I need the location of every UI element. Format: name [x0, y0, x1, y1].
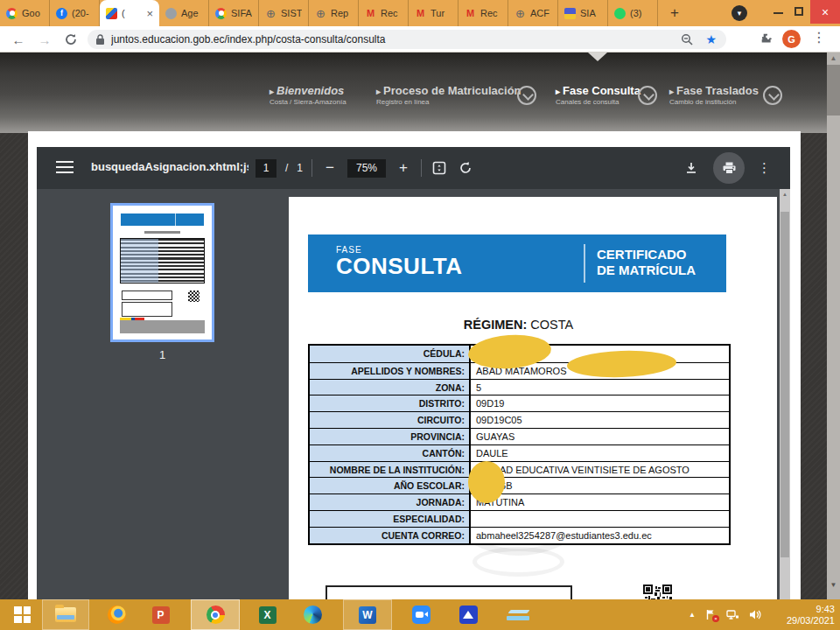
- tab-gmail-2[interactable]: MTur: [409, 0, 458, 26]
- url-text[interactable]: juntos.educacion.gob.ec/index.php/costa-…: [111, 33, 681, 46]
- windows-logo-icon: [14, 606, 31, 623]
- tab-whatsapp[interactable]: (3): [608, 0, 658, 26]
- thumb-heading-line: [144, 231, 180, 234]
- tab-search-button[interactable]: ▾: [732, 5, 747, 21]
- bookmark-star-icon[interactable]: ★: [705, 32, 717, 46]
- scroll-up-icon[interactable]: ▲: [827, 54, 840, 62]
- address-bar[interactable]: juntos.educacion.gob.ec/index.php/costa-…: [88, 30, 726, 49]
- tray-expand-icon[interactable]: ▲: [689, 611, 696, 619]
- page-total: 1: [297, 162, 303, 174]
- scrollbar-thumb[interactable]: [780, 212, 789, 557]
- forward-button[interactable]: →: [35, 30, 54, 49]
- pdf-more-options-icon[interactable]: ⋮: [758, 160, 771, 176]
- powerpoint-icon: P: [152, 606, 170, 624]
- page-thumbnail[interactable]: [110, 203, 214, 342]
- banner-matricula-label: DE MATRÍCULA: [597, 262, 696, 278]
- taskbar-firefox[interactable]: [96, 599, 137, 630]
- tab-google[interactable]: Goo: [0, 0, 50, 26]
- google-favicon: [215, 8, 227, 19]
- taskbar-zoom-app[interactable]: [401, 599, 442, 630]
- download-icon[interactable]: [682, 158, 700, 178]
- browser-menu-icon[interactable]: ⋮: [812, 29, 826, 46]
- menu-icon[interactable]: [56, 161, 74, 175]
- tab-sia[interactable]: SIA: [558, 0, 608, 26]
- field-value: DAULE: [471, 445, 729, 461]
- pdf-scrollbar[interactable]: ▲: [780, 189, 790, 599]
- chevron-down-icon[interactable]: [763, 86, 782, 105]
- tab-acf[interactable]: ⊕ACF: [508, 0, 558, 26]
- whatsapp-favicon: [614, 8, 626, 19]
- taskbar-clock[interactable]: 9:43 29/03/2021: [765, 604, 835, 626]
- taskbar-scanner-app[interactable]: [448, 599, 489, 630]
- page-separator: /: [285, 162, 288, 174]
- tab-active-juntos[interactable]: (×: [100, 0, 159, 26]
- zoom-out-button[interactable]: −: [321, 158, 339, 178]
- zoom-level-icon[interactable]: [681, 33, 693, 46]
- taskbar-powerpoint[interactable]: P: [140, 599, 181, 630]
- back-button[interactable]: ←: [9, 30, 28, 49]
- chevron-down-icon[interactable]: [638, 86, 657, 105]
- table-row: CANTÓN:DAULE: [310, 444, 729, 461]
- table-row: NOMBRE DE LA INSTITUCIÓN:UNIDAD EDUCATIV…: [310, 461, 729, 478]
- scrollbar-thumb[interactable]: [827, 65, 840, 116]
- tab-gmail-3[interactable]: MRec: [458, 0, 508, 26]
- table-row: JORNADA:MATUTINA: [310, 494, 729, 510]
- window-minimize-button[interactable]: [774, 12, 783, 14]
- window-scrollbar[interactable]: ▲ ▼: [827, 52, 840, 599]
- tab-sifa[interactable]: SIFA: [209, 0, 259, 26]
- thumbnail-page-number: 1: [110, 348, 214, 361]
- windows-taskbar: P X W ▲ × 9:43 29/03/2021: [0, 599, 840, 630]
- tab-gmail-1[interactable]: MRec: [359, 0, 409, 26]
- regimen-heading: RÉGIMEN: COSTA: [308, 318, 729, 332]
- redaction-blob: [468, 461, 505, 503]
- volume-icon[interactable]: [749, 609, 761, 620]
- tab-sist[interactable]: ⊕SIST: [259, 0, 309, 26]
- flatbed-scanner-icon: [507, 616, 529, 620]
- thumb-footer: [120, 320, 205, 333]
- page-number-input[interactable]: 1: [256, 159, 276, 178]
- action-center-flag-icon[interactable]: ×: [705, 609, 717, 620]
- fit-page-button[interactable]: [430, 158, 448, 178]
- print-button[interactable]: [713, 152, 745, 184]
- window-close-button[interactable]: ×: [810, 0, 840, 24]
- rotate-button[interactable]: [457, 158, 474, 178]
- divider: [312, 159, 312, 177]
- tab-facebook[interactable]: f(20-: [50, 0, 100, 26]
- profile-avatar[interactable]: G: [782, 30, 801, 48]
- tab-rep[interactable]: ⊕Rep: [309, 0, 359, 26]
- nav-item-fase-traslados[interactable]: ▸Fase Traslados Cambio de institución: [669, 84, 759, 106]
- thumb-banner: [121, 214, 204, 226]
- table-row: PROVINCIA:GUAYAS: [310, 428, 729, 444]
- reload-button[interactable]: [61, 30, 80, 49]
- scroll-down-icon[interactable]: ▼: [827, 581, 840, 589]
- arrow-icon: ▸: [556, 87, 560, 96]
- browser-toolbar: ← → juntos.educacion.gob.ec/index.php/co…: [0, 26, 840, 52]
- network-icon[interactable]: [726, 609, 739, 620]
- generic-favicon: [165, 8, 177, 19]
- nav-item-fase-consulta[interactable]: ▸Fase Consulta Canales de consulta: [556, 84, 640, 106]
- lock-icon[interactable]: [95, 34, 105, 46]
- taskbar-edge[interactable]: [292, 599, 333, 630]
- taskbar-flatbed-scanner[interactable]: [497, 599, 538, 630]
- scroll-up-icon[interactable]: ▲: [780, 192, 790, 197]
- nav-item-proceso-matriculacion[interactable]: ▸Proceso de Matriculación Registro en lí…: [376, 84, 522, 106]
- extensions-icon[interactable]: [760, 32, 774, 46]
- tab-age[interactable]: Age: [159, 0, 209, 26]
- new-tab-button[interactable]: +: [663, 2, 686, 24]
- globe-favicon: ⊕: [514, 8, 526, 19]
- nav-item-bienvenidos[interactable]: ▸Bienvenidos Costa / Sierra-Amazonía: [270, 84, 346, 106]
- field-label: JORNADA:: [310, 494, 471, 510]
- window-restore-button[interactable]: [794, 7, 803, 16]
- taskbar-word[interactable]: W: [343, 599, 392, 630]
- close-tab-icon[interactable]: ×: [146, 7, 153, 20]
- field-value: [471, 511, 729, 527]
- taskbar-chrome[interactable]: [191, 599, 240, 630]
- facebook-favicon: f: [56, 8, 67, 19]
- chevron-down-icon[interactable]: [517, 86, 536, 105]
- zoom-in-button[interactable]: +: [395, 158, 412, 178]
- taskbar-excel[interactable]: X: [247, 599, 288, 630]
- start-button[interactable]: [2, 599, 43, 630]
- file-explorer-icon: [55, 607, 76, 622]
- zoom-level-display: 75%: [347, 159, 386, 178]
- taskbar-file-explorer[interactable]: [42, 599, 89, 630]
